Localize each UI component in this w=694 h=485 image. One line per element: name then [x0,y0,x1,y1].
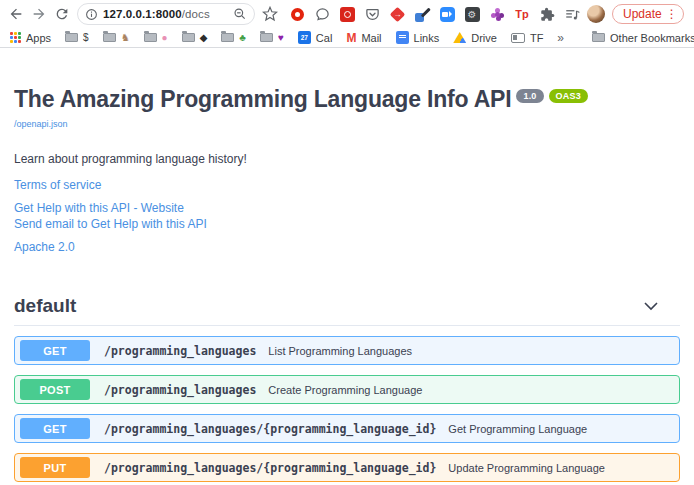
version-badge: 1.0 [516,89,543,103]
extensions-puzzle-icon[interactable] [539,6,555,22]
media-queue-icon[interactable] [564,6,580,22]
oas3-badge: OAS3 [549,89,588,103]
apps-grid-icon [10,32,21,43]
tp-extension-icon[interactable]: Tp [514,6,530,22]
bookmark-folder-clover[interactable]: ♣ [221,33,246,43]
purple-heart-emoji-icon: ♥ [278,33,284,43]
bookmarks-bar: Apps $ ♞ ● ◆ ♣ ♥ 27Cal MMail Links Drive… [0,28,694,48]
bookmark-folder-brain[interactable]: ● [144,33,168,43]
endpoint-path: /programming_languages [104,344,256,358]
endpoint-summary: Create Programming Language [268,384,422,396]
chat-bubble-extension-icon[interactable] [314,6,330,22]
zoom-out-icon[interactable] [233,7,247,21]
folder-icon [221,33,234,42]
bookmark-cal[interactable]: 27Cal [298,31,333,44]
endpoint-row-put-update[interactable]: PUT /programming_languages/{programming_… [14,453,680,482]
bookmark-folder-graduation[interactable]: ◆ [182,33,208,43]
page-title: The Amazing Programming Language Info AP… [14,86,680,113]
page-info-icon[interactable] [85,8,98,21]
color-picker-extension-icon[interactable] [414,6,430,22]
license-link[interactable]: Apache 2.0 [14,240,680,254]
clover-emoji-icon: ♣ [239,33,246,43]
endpoint-path: /programming_languages [104,383,256,397]
card-icon [511,33,525,43]
settings-extension-icon[interactable]: ⚙ [464,6,480,22]
graduation-cap-emoji-icon: ◆ [200,33,208,43]
bookmark-tf[interactable]: TF [511,32,543,44]
folder-icon [260,33,273,42]
extensions-area: → ⚙ Tp [289,6,580,22]
folder-icon [592,33,605,42]
address-bar[interactable]: 127.0.0.1:8000/docs [77,3,255,25]
folder-icon [144,33,157,42]
info-links: Terms of service Get Help with this API … [14,178,680,254]
bookmark-star-icon[interactable] [262,6,278,22]
bookmark-folder-dollar[interactable]: $ [65,33,89,43]
folder-icon [65,33,78,42]
folder-icon [103,33,116,42]
chevron-down-icon[interactable] [644,302,658,311]
method-badge: POST [20,379,90,400]
contact-website-link[interactable]: Get Help with this API - Website [14,201,680,215]
other-bookmarks[interactable]: Other Bookmarks [592,32,694,44]
horse-emoji-icon: ♞ [121,33,130,43]
method-badge: GET [20,418,90,439]
update-button[interactable]: Update ⋮ [612,4,684,24]
api-description: Learn about programming language history… [14,152,680,166]
redirect-extension-icon[interactable]: → [389,6,405,22]
list-icon [396,31,409,44]
forward-icon[interactable] [31,6,47,22]
update-label: Update [623,7,662,21]
bookmark-drive[interactable]: Drive [453,32,497,44]
reload-icon[interactable] [54,6,70,22]
browser-toolbar: 127.0.0.1:8000/docs → ⚙ Tp Update ⋮ [0,0,694,28]
tag-section-title: default [14,295,76,317]
endpoint-row-get-list[interactable]: GET /programming_languages List Programm… [14,336,680,365]
brain-emoji-icon: ● [162,33,168,43]
openapi-json-link[interactable]: /openapi.json [14,119,68,129]
bookmark-folder-horse[interactable]: ♞ [103,33,130,43]
method-badge: PUT [20,457,90,478]
endpoint-row-post-create[interactable]: POST /programming_languages Create Progr… [14,375,680,404]
calendar-icon: 27 [298,31,311,44]
tag-section-default[interactable]: default [14,289,680,326]
endpoint-summary: Get Programming Language [448,423,587,435]
cbs-extension-icon[interactable] [339,6,355,22]
endpoint-summary: List Programming Languages [268,345,412,357]
endpoint-path: /programming_languages/{programming_lang… [104,422,436,436]
swagger-docs-page: The Amazing Programming Language Info AP… [0,86,694,485]
video-call-extension-icon[interactable] [439,6,455,22]
profile-avatar[interactable] [587,5,605,23]
browser-menu-kebab-icon[interactable]: ⋮ [666,7,678,21]
endpoint-path: /programming_languages/{programming_lang… [104,461,436,475]
dollar-icon: $ [83,33,89,43]
bookmark-folder-heart[interactable]: ♥ [260,33,284,43]
url-text[interactable]: 127.0.0.1:8000/docs [103,8,210,20]
bookmark-apps[interactable]: Apps [10,32,51,44]
bookmark-mail[interactable]: MMail [346,31,381,45]
method-badge: GET [20,340,90,361]
back-icon[interactable] [8,6,24,22]
red-ring-extension-icon[interactable] [289,6,305,22]
gmail-icon: M [346,31,356,45]
pocket-extension-icon[interactable] [364,6,380,22]
folder-icon [182,33,195,42]
bookmarks-overflow-icon[interactable]: » [557,31,564,45]
terms-of-service-link[interactable]: Terms of service [14,178,680,192]
endpoint-row-get-one[interactable]: GET /programming_languages/{programming_… [14,414,680,443]
endpoint-summary: Update Programming Language [448,462,605,474]
flower-extension-icon[interactable] [489,6,505,22]
drive-icon [453,32,466,43]
contact-email-link[interactable]: Send email to Get Help with this API [14,217,680,231]
bookmark-links[interactable]: Links [396,31,440,44]
